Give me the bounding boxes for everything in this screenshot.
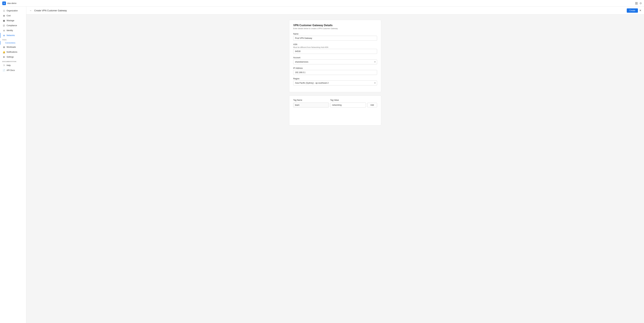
tag-value-col-label: Tag Value <box>330 99 366 101</box>
asn-label: ASN <box>293 43 377 46</box>
panel-title: Create VPN Customer Gateway <box>34 9 67 12</box>
back-button[interactable]: ← <box>29 9 32 13</box>
networks-icon: ⊕ <box>3 34 5 37</box>
notifications-icon: 🔔 <box>3 51 5 53</box>
asn-input[interactable] <box>293 49 377 54</box>
tag-row: team Add <box>293 103 377 108</box>
account-select-wrapper: sharedservices production development <box>293 60 377 64</box>
user-icon[interactable]: ⊙ <box>640 2 642 5</box>
sidebar-sub-label: Connections <box>5 42 15 44</box>
form-card-subtitle: Enter details below to create a VPN Cust… <box>293 28 377 30</box>
ip-group: IP Address <box>293 67 377 75</box>
panel-actions: Create ✕ <box>627 9 641 13</box>
asn-group: ASN Must be different from Networking Hu… <box>293 43 377 54</box>
compliance-icon: ☑ <box>3 24 5 27</box>
app-logo: S <box>2 2 6 5</box>
topbar: S stax-demo ⊙ <box>0 0 644 7</box>
sidebar-item-networks[interactable]: ⊕ Networks <box>0 33 26 38</box>
sidebar-group-hubs: Hubs <box>0 38 26 41</box>
sidebar-item-label: Cost <box>6 15 11 17</box>
wastage-icon: ▦ <box>3 19 5 22</box>
api-docs-icon: 📄 <box>3 69 5 72</box>
panel-header: ← Create VPN Customer Gateway Create ✕ <box>26 7 644 15</box>
sidebar-item-cost[interactable]: ⊞ Cost <box>0 13 26 18</box>
topbar-left: S stax-demo <box>2 2 16 5</box>
account-select[interactable]: sharedservices production development <box>293 60 377 64</box>
name-input[interactable] <box>293 36 377 41</box>
sidebar-item-label: Notifications <box>6 51 17 53</box>
sidebar-item-workloads[interactable]: ⊞ Workloads <box>0 45 26 50</box>
doc-section-label: DOCUMENTATION <box>0 60 26 63</box>
close-button[interactable]: ✕ <box>639 9 641 12</box>
sidebar-item-connections[interactable]: Connections <box>0 41 26 45</box>
sidebar-item-label: Compliance <box>6 24 17 27</box>
grid-icon[interactable] <box>635 2 638 5</box>
sidebar-item-label: Settings <box>6 56 14 58</box>
sidebar-item-label: Networks <box>6 34 15 37</box>
tags-empty-area <box>293 109 377 122</box>
account-group: Account sharedservices production develo… <box>293 57 377 64</box>
main-layout: ⬡ Organization ⊞ Cost ▦ Wastage ☑ Compli… <box>0 7 644 323</box>
tags-card: Tag Name Tag Value team Add <box>289 96 381 125</box>
create-button[interactable]: Create <box>627 9 638 13</box>
name-group: Name <box>293 33 377 41</box>
content-area: ← Create VPN Customer Gateway Create ✕ V… <box>26 7 644 323</box>
account-label: Account <box>293 57 377 59</box>
sidebar-item-wastage[interactable]: ▦ Wastage <box>0 18 26 23</box>
sidebar-item-notifications[interactable]: 🔔 Notifications <box>0 50 26 55</box>
region-group: Region Asia Pacific (Sydney) - ap-southe… <box>293 78 377 86</box>
sidebar-item-organization[interactable]: ⬡ Organization <box>0 8 26 13</box>
sidebar-item-label: Help <box>6 64 11 67</box>
sidebar-item-settings[interactable]: ⚙ Settings <box>0 55 26 60</box>
sidebar-item-compliance[interactable]: ☑ Compliance <box>0 23 26 28</box>
back-icon: ← <box>30 9 32 12</box>
form-card: VPN Customer Gateway Details Enter detai… <box>289 20 381 92</box>
region-select-wrapper: Asia Pacific (Sydney) - ap-southeast-2 U… <box>293 81 377 86</box>
help-icon: ? <box>3 64 5 67</box>
name-label: Name <box>293 33 377 35</box>
region-label: Region <box>293 78 377 80</box>
asn-hint: Must be different from Networking Hub AS… <box>293 46 377 48</box>
cost-icon: ⊞ <box>3 14 5 17</box>
sidebar-item-identity[interactable]: ⊙ Identity <box>0 28 26 33</box>
form-card-title: VPN Customer Gateway Details <box>293 24 377 27</box>
organization-icon: ⬡ <box>3 10 5 12</box>
sidebar-item-api-docs[interactable]: 📄 API Docs <box>0 68 26 73</box>
region-select[interactable]: Asia Pacific (Sydney) - ap-southeast-2 U… <box>293 81 377 86</box>
tag-value-input[interactable] <box>330 103 366 108</box>
sidebar-item-label: Workloads <box>6 46 16 48</box>
workloads-icon: ⊞ <box>3 46 5 48</box>
sidebar-item-label: Organization <box>6 10 18 12</box>
settings-icon: ⚙ <box>3 56 5 58</box>
sidebar-item-label: API Docs <box>6 69 15 72</box>
tag-name-value: team <box>293 103 329 108</box>
ip-input[interactable] <box>293 70 377 75</box>
tag-name-col-label: Tag Name <box>293 99 329 101</box>
tags-header: Tag Name Tag Value <box>293 99 377 101</box>
identity-icon: ⊙ <box>3 29 5 32</box>
sidebar: ⬡ Organization ⊞ Cost ▦ Wastage ☑ Compli… <box>0 7 26 323</box>
add-tag-button[interactable]: Add <box>367 103 377 107</box>
close-icon: ✕ <box>639 9 641 12</box>
form-area: VPN Customer Gateway Details Enter detai… <box>26 15 644 323</box>
topbar-right: ⊙ <box>635 2 642 5</box>
ip-label: IP Address <box>293 67 377 69</box>
sidebar-item-label: Identity <box>6 29 13 32</box>
app-title: stax-demo <box>7 2 16 5</box>
sidebar-item-help[interactable]: ? Help <box>0 63 26 68</box>
sidebar-item-label: Wastage <box>6 20 14 22</box>
